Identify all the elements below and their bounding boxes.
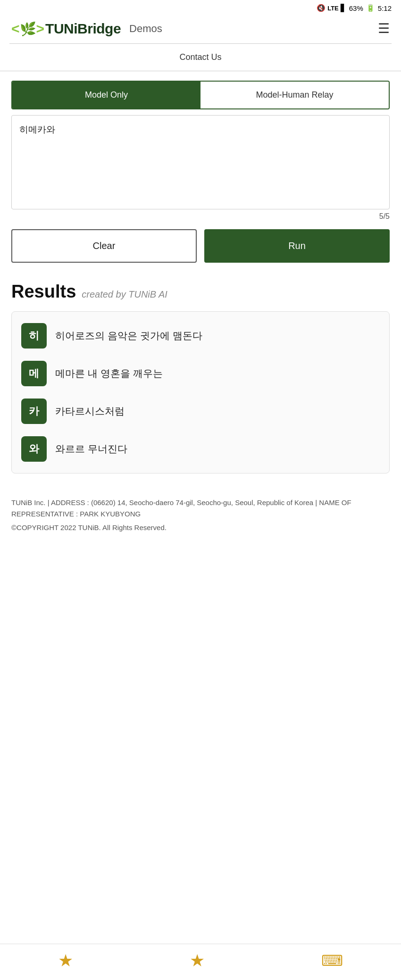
result-badge-2: 메 [21,361,47,386]
result-text-3: 카타르시스처럼 [55,404,125,418]
result-item-1: 히 히어로즈의 음악은 귓가에 맴돈다 [21,323,380,349]
result-item-4: 와 와르르 무너진다 [21,436,380,462]
action-buttons: Clear Run [11,229,390,263]
footer-copyright: ©COPYRIGHT 2022 TUNiB. All Rights Reserv… [11,523,390,532]
result-item-3: 카 카타르시스처럼 [21,399,380,424]
bottom-nav: ★ ★ ⌨ [0,944,401,980]
results-title-text: Results [11,282,76,302]
results-subtitle: created by TUNiB AI [82,289,167,300]
result-item-2: 메 메마른 내 영혼을 깨우는 [21,361,380,386]
contact-us-link[interactable]: Contact Us [0,44,401,71]
clear-button[interactable]: Clear [11,229,197,263]
results-card: 히 히어로즈의 음악은 귓가에 맴돈다 메 메마른 내 영혼을 깨우는 카 카타… [11,311,390,473]
nav-share-icon[interactable]: ⌨ [321,952,343,970]
nav-home-icon[interactable]: ★ [58,951,73,971]
result-text-2: 메마른 내 영혼을 깨우는 [55,366,163,380]
result-badge-4: 와 [21,436,47,462]
status-icons: 🔇 LTE ▋ [317,4,346,12]
results-title: Results created by TUNiB AI [11,282,390,302]
battery-percent: 63% [349,4,363,12]
logo-bracket-left-icon: < [11,21,20,37]
status-bar: 🔇 LTE ▋ 63% 🔋 5:12 [0,0,401,16]
results-section: Results created by TUNiB AI 히 히어로즈의 음악은 … [11,282,390,473]
logo-leaf-icon: 🌿 [20,21,36,37]
battery-icon: 🔋 [366,4,375,12]
tab-model-only[interactable]: Model Only [12,82,200,108]
result-badge-1: 히 [21,323,47,349]
mute-icon: 🔇 [317,4,326,12]
input-area[interactable]: 히메카와 [11,115,390,209]
footer: TUNiB Inc. | ADDRESS : (06620) 14, Seoch… [11,497,390,579]
hamburger-menu-button[interactable]: ☰ [378,22,390,35]
logo-bracket-right-icon: > [36,21,45,37]
network-bars-icon: ▋ [341,4,346,12]
demos-label: Demos [129,23,162,35]
char-counter: 5/5 [0,209,401,224]
input-text: 히메카와 [19,125,55,134]
result-text-4: 와르르 무너진다 [55,442,127,456]
mode-tabs: Model Only Model-Human Relay [11,81,390,109]
result-text-1: 히어로즈의 음악은 귓가에 맴돈다 [55,329,202,342]
logo-area: < 🌿 > TUNiBridge Demos [11,21,162,37]
logo-text: TUNiBridge [45,21,121,37]
clock: 5:12 [378,4,392,12]
run-button[interactable]: Run [204,229,390,263]
result-badge-3: 카 [21,399,47,424]
footer-address: TUNiB Inc. | ADDRESS : (06620) 14, Seoch… [11,497,390,520]
signal-icon: LTE [327,5,339,12]
tab-model-human-relay[interactable]: Model-Human Relay [200,82,389,108]
nav-star-icon[interactable]: ★ [190,951,205,971]
header: < 🌿 > TUNiBridge Demos ☰ [0,16,401,43]
